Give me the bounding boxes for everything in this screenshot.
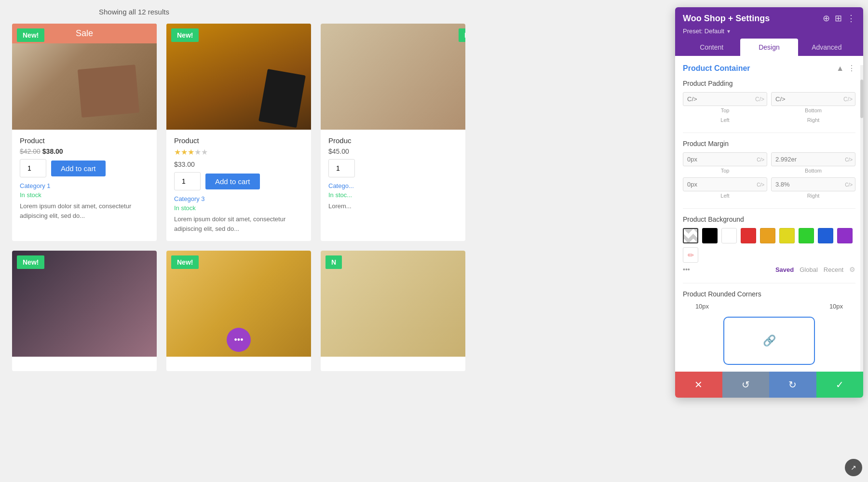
panel-scrollbar-thumb[interactable] (860, 80, 863, 118)
product-padding-group: Product Padding C/> Top C/> Bottom (683, 80, 855, 123)
panel-tabs: Content Design Advanced (683, 39, 855, 56)
tab-design[interactable]: Design (740, 39, 798, 56)
color-swatch-white[interactable] (721, 228, 737, 243)
color-swatch-yellow[interactable] (779, 228, 795, 243)
settings-panel: Woo Shop + Settings ⊕ ⊞ ⋮ Preset: Defaul… (675, 7, 863, 398)
color-more-dots[interactable]: ••• (683, 266, 690, 273)
left-sublabel: Left (720, 193, 729, 199)
bottom-sublabel: Bottom (805, 168, 822, 174)
save-button[interactable]: ✓ (816, 372, 864, 398)
section-more-button[interactable]: ⋮ (848, 64, 855, 73)
preset-row: Preset: Default ▾ (683, 27, 855, 35)
section-header: Product Container ▲ ⋮ (683, 64, 855, 73)
padding-label: Product Padding (683, 80, 855, 87)
corner-link-box[interactable]: 🔗 (723, 317, 815, 365)
more-icon[interactable]: ⋮ (847, 13, 855, 24)
product-card: Sale New! Product $42.00$38.00 Add to ca… (12, 24, 157, 241)
layout-icon[interactable]: ⊞ (835, 13, 842, 24)
product-image-wrap: ••• New! (166, 251, 311, 357)
padding-bottom-field: C/> Bottom (771, 92, 855, 113)
margin-right-input[interactable] (771, 177, 855, 191)
padding-top-input[interactable] (683, 92, 767, 106)
category-link[interactable]: Catego... (328, 182, 458, 189)
background-label: Product Background (683, 215, 855, 223)
tab-content[interactable]: Content (683, 39, 740, 56)
color-swatch-black[interactable] (702, 228, 718, 243)
add-to-cart-button[interactable]: Add to cart (51, 161, 106, 176)
product-margin-group: Product Margin C/> Top C/> Bottom (683, 140, 855, 199)
color-swatch-red[interactable] (741, 228, 756, 243)
add-to-cart-button[interactable]: Add to cart (205, 174, 260, 189)
redo-button[interactable]: ↻ (769, 372, 816, 398)
margin-bottom-wrap: C/> (771, 152, 855, 166)
product-image-wrap: New! (12, 251, 157, 357)
product-info (12, 357, 157, 371)
tab-advanced[interactable]: Advanced (798, 39, 855, 56)
right-sublabel: Right (807, 193, 820, 199)
product-description: Lorem... (328, 201, 458, 211)
panel-header: Woo Shop + Settings ⊕ ⊞ ⋮ Preset: Defaul… (675, 7, 863, 56)
product-card-partial: N (321, 251, 465, 371)
price-new: $38.00 (42, 147, 63, 155)
quantity-input[interactable] (174, 172, 201, 190)
color-tab-global[interactable]: Global (800, 266, 818, 273)
redo-icon: ↻ (788, 379, 797, 390)
preset-label: Preset: Default (683, 27, 724, 35)
quantity-input[interactable] (328, 159, 355, 177)
collapse-button[interactable]: ▲ (836, 64, 844, 73)
margin-left-input[interactable] (683, 177, 767, 191)
divider (683, 283, 855, 283)
new-badge: New! (171, 28, 199, 42)
color-swatch-transparent[interactable] (683, 228, 698, 243)
cart-row (328, 159, 458, 177)
product-info: Produc $45.00 Catego... In stoc... Lorem… (321, 130, 465, 219)
link-icon: C/> (757, 182, 764, 187)
undo-button[interactable]: ↺ (722, 372, 770, 398)
results-count: Showing all 12 results (99, 8, 465, 16)
color-settings-icon[interactable]: ⚙ (849, 266, 855, 273)
link-icon: C/> (755, 96, 764, 103)
panel-icons: ⊕ ⊞ ⋮ (823, 13, 855, 24)
cart-row: Add to cart (174, 172, 303, 190)
price-old: $42.00 (20, 147, 41, 155)
padding-left-label: Left (683, 117, 767, 123)
new-badge: New! (171, 255, 199, 269)
preset-arrow-icon[interactable]: ▾ (727, 28, 730, 35)
color-tabs-row: ••• Saved Global Recent ⚙ (683, 266, 855, 273)
product-name: Produc (328, 136, 458, 145)
cancel-icon: ✕ (694, 379, 703, 390)
color-pencil-button[interactable]: ✏ (683, 247, 698, 263)
category-link[interactable]: Category 1 (20, 182, 149, 189)
panel-title-row: Woo Shop + Settings ⊕ ⊞ ⋮ (683, 13, 855, 24)
bottom-label: Bottom (805, 107, 822, 113)
stock-status: In stock (20, 191, 149, 199)
product-name: Product (20, 136, 149, 145)
panel-scrollbar[interactable] (860, 65, 863, 372)
stock-status: In stoc... (328, 191, 458, 199)
padding-bottom-input[interactable] (771, 92, 855, 106)
section-actions: ▲ ⋮ (836, 64, 855, 73)
product-image-wrap: N (321, 251, 465, 357)
color-swatch-green[interactable] (799, 228, 814, 243)
bottom-toolbar: ✕ ↺ ↻ ✓ (675, 372, 863, 398)
product-card: ••• New! (166, 251, 311, 371)
new-badge: N (459, 28, 465, 42)
margin-top-input[interactable] (683, 152, 767, 166)
section-title: Product Container (683, 64, 750, 73)
quantity-input[interactable] (20, 159, 46, 177)
bottom-right-icon[interactable]: ↗ (845, 459, 862, 476)
rounded-corners-label: Product Rounded Corners (683, 290, 855, 298)
undo-icon: ↺ (742, 379, 750, 390)
product-description: Lorem ipsum dolor sit amet, consectetur … (174, 214, 303, 233)
color-swatch-purple[interactable] (837, 228, 853, 243)
focus-icon[interactable]: ⊕ (823, 13, 830, 24)
color-tab-recent[interactable]: Recent (824, 266, 843, 273)
link-icon: C/> (845, 182, 853, 187)
color-swatch-blue[interactable] (818, 228, 833, 243)
color-tab-saved[interactable]: Saved (775, 266, 794, 273)
category-link[interactable]: Category 3 (174, 195, 303, 202)
color-swatch-orange[interactable] (760, 228, 775, 243)
cancel-button[interactable]: ✕ (675, 372, 722, 398)
margin-left-wrap: C/> (683, 177, 767, 191)
margin-bottom-input[interactable] (771, 152, 855, 166)
